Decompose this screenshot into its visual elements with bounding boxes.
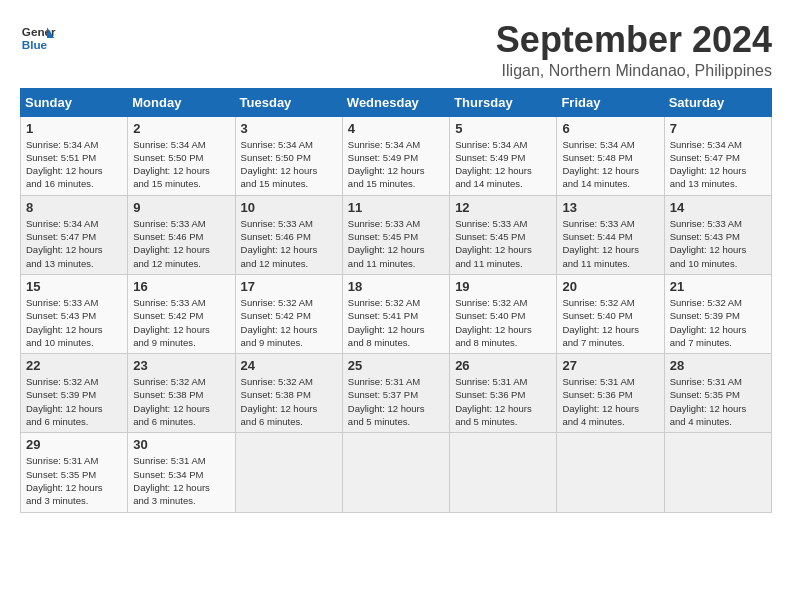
day-details: Sunrise: 5:34 AM Sunset: 5:51 PM Dayligh… [26,138,122,191]
day-details: Sunrise: 5:34 AM Sunset: 5:50 PM Dayligh… [241,138,337,191]
day-number: 2 [133,121,229,136]
calendar-cell-w4-d2: 23Sunrise: 5:32 AM Sunset: 5:38 PM Dayli… [128,354,235,433]
day-number: 9 [133,200,229,215]
day-number: 1 [26,121,122,136]
day-details: Sunrise: 5:33 AM Sunset: 5:45 PM Dayligh… [348,217,444,270]
calendar-cell-w2-d5: 12Sunrise: 5:33 AM Sunset: 5:45 PM Dayli… [450,195,557,274]
day-number: 15 [26,279,122,294]
day-number: 19 [455,279,551,294]
col-sunday: Sunday [21,88,128,116]
calendar-cell-w5-d3 [235,433,342,512]
day-number: 20 [562,279,658,294]
col-wednesday: Wednesday [342,88,449,116]
day-details: Sunrise: 5:33 AM Sunset: 5:43 PM Dayligh… [26,296,122,349]
day-number: 7 [670,121,766,136]
day-details: Sunrise: 5:31 AM Sunset: 5:37 PM Dayligh… [348,375,444,428]
calendar-header-row: Sunday Monday Tuesday Wednesday Thursday… [21,88,772,116]
calendar-table: Sunday Monday Tuesday Wednesday Thursday… [20,88,772,513]
day-details: Sunrise: 5:33 AM Sunset: 5:45 PM Dayligh… [455,217,551,270]
day-details: Sunrise: 5:33 AM Sunset: 5:46 PM Dayligh… [133,217,229,270]
calendar-cell-w1-d4: 4Sunrise: 5:34 AM Sunset: 5:49 PM Daylig… [342,116,449,195]
day-details: Sunrise: 5:31 AM Sunset: 5:35 PM Dayligh… [26,454,122,507]
day-number: 22 [26,358,122,373]
calendar-cell-w2-d4: 11Sunrise: 5:33 AM Sunset: 5:45 PM Dayli… [342,195,449,274]
calendar-cell-w1-d1: 1Sunrise: 5:34 AM Sunset: 5:51 PM Daylig… [21,116,128,195]
day-details: Sunrise: 5:34 AM Sunset: 5:47 PM Dayligh… [670,138,766,191]
day-number: 24 [241,358,337,373]
calendar-cell-w2-d3: 10Sunrise: 5:33 AM Sunset: 5:46 PM Dayli… [235,195,342,274]
day-details: Sunrise: 5:32 AM Sunset: 5:40 PM Dayligh… [562,296,658,349]
day-number: 14 [670,200,766,215]
calendar-cell-w3-d5: 19Sunrise: 5:32 AM Sunset: 5:40 PM Dayli… [450,274,557,353]
day-details: Sunrise: 5:31 AM Sunset: 5:36 PM Dayligh… [455,375,551,428]
calendar-cell-w5-d7 [664,433,771,512]
day-number: 3 [241,121,337,136]
calendar-cell-w3-d6: 20Sunrise: 5:32 AM Sunset: 5:40 PM Dayli… [557,274,664,353]
calendar-cell-w5-d2: 30Sunrise: 5:31 AM Sunset: 5:34 PM Dayli… [128,433,235,512]
day-number: 26 [455,358,551,373]
day-number: 23 [133,358,229,373]
month-title: September 2024 [496,20,772,60]
day-details: Sunrise: 5:34 AM Sunset: 5:49 PM Dayligh… [455,138,551,191]
col-monday: Monday [128,88,235,116]
day-details: Sunrise: 5:33 AM Sunset: 5:43 PM Dayligh… [670,217,766,270]
day-details: Sunrise: 5:33 AM Sunset: 5:46 PM Dayligh… [241,217,337,270]
calendar-cell-w5-d5 [450,433,557,512]
col-friday: Friday [557,88,664,116]
day-details: Sunrise: 5:33 AM Sunset: 5:44 PM Dayligh… [562,217,658,270]
day-details: Sunrise: 5:31 AM Sunset: 5:34 PM Dayligh… [133,454,229,507]
day-number: 29 [26,437,122,452]
day-details: Sunrise: 5:32 AM Sunset: 5:42 PM Dayligh… [241,296,337,349]
svg-text:Blue: Blue [22,38,48,51]
location: Iligan, Northern Mindanao, Philippines [496,62,772,80]
logo: General Blue [20,20,56,56]
day-number: 6 [562,121,658,136]
day-number: 5 [455,121,551,136]
calendar-cell-w4-d3: 24Sunrise: 5:32 AM Sunset: 5:38 PM Dayli… [235,354,342,433]
day-number: 4 [348,121,444,136]
calendar-week-1: 1Sunrise: 5:34 AM Sunset: 5:51 PM Daylig… [21,116,772,195]
calendar-cell-w1-d3: 3Sunrise: 5:34 AM Sunset: 5:50 PM Daylig… [235,116,342,195]
day-number: 8 [26,200,122,215]
calendar-week-2: 8Sunrise: 5:34 AM Sunset: 5:47 PM Daylig… [21,195,772,274]
logo-icon: General Blue [20,20,56,56]
day-details: Sunrise: 5:34 AM Sunset: 5:50 PM Dayligh… [133,138,229,191]
day-details: Sunrise: 5:32 AM Sunset: 5:39 PM Dayligh… [670,296,766,349]
calendar-cell-w3-d7: 21Sunrise: 5:32 AM Sunset: 5:39 PM Dayli… [664,274,771,353]
day-details: Sunrise: 5:32 AM Sunset: 5:38 PM Dayligh… [241,375,337,428]
calendar-cell-w4-d5: 26Sunrise: 5:31 AM Sunset: 5:36 PM Dayli… [450,354,557,433]
calendar-cell-w2-d1: 8Sunrise: 5:34 AM Sunset: 5:47 PM Daylig… [21,195,128,274]
day-details: Sunrise: 5:34 AM Sunset: 5:48 PM Dayligh… [562,138,658,191]
day-number: 16 [133,279,229,294]
day-number: 30 [133,437,229,452]
day-details: Sunrise: 5:31 AM Sunset: 5:35 PM Dayligh… [670,375,766,428]
day-details: Sunrise: 5:31 AM Sunset: 5:36 PM Dayligh… [562,375,658,428]
day-number: 10 [241,200,337,215]
calendar-cell-w1-d5: 5Sunrise: 5:34 AM Sunset: 5:49 PM Daylig… [450,116,557,195]
calendar-cell-w3-d1: 15Sunrise: 5:33 AM Sunset: 5:43 PM Dayli… [21,274,128,353]
calendar-cell-w1-d2: 2Sunrise: 5:34 AM Sunset: 5:50 PM Daylig… [128,116,235,195]
calendar-cell-w5-d4 [342,433,449,512]
day-number: 27 [562,358,658,373]
calendar-cell-w1-d6: 6Sunrise: 5:34 AM Sunset: 5:48 PM Daylig… [557,116,664,195]
day-number: 25 [348,358,444,373]
day-number: 18 [348,279,444,294]
day-number: 13 [562,200,658,215]
calendar-cell-w5-d1: 29Sunrise: 5:31 AM Sunset: 5:35 PM Dayli… [21,433,128,512]
day-details: Sunrise: 5:34 AM Sunset: 5:47 PM Dayligh… [26,217,122,270]
calendar-cell-w4-d1: 22Sunrise: 5:32 AM Sunset: 5:39 PM Dayli… [21,354,128,433]
calendar-cell-w4-d7: 28Sunrise: 5:31 AM Sunset: 5:35 PM Dayli… [664,354,771,433]
col-thursday: Thursday [450,88,557,116]
day-number: 28 [670,358,766,373]
calendar-week-3: 15Sunrise: 5:33 AM Sunset: 5:43 PM Dayli… [21,274,772,353]
title-section: September 2024 Iligan, Northern Mindanao… [496,20,772,80]
page-header: General Blue September 2024 Iligan, Nort… [20,20,772,80]
day-details: Sunrise: 5:32 AM Sunset: 5:41 PM Dayligh… [348,296,444,349]
col-saturday: Saturday [664,88,771,116]
calendar-cell-w3-d3: 17Sunrise: 5:32 AM Sunset: 5:42 PM Dayli… [235,274,342,353]
calendar-cell-w1-d7: 7Sunrise: 5:34 AM Sunset: 5:47 PM Daylig… [664,116,771,195]
day-details: Sunrise: 5:33 AM Sunset: 5:42 PM Dayligh… [133,296,229,349]
calendar-week-4: 22Sunrise: 5:32 AM Sunset: 5:39 PM Dayli… [21,354,772,433]
calendar-cell-w2-d7: 14Sunrise: 5:33 AM Sunset: 5:43 PM Dayli… [664,195,771,274]
calendar-cell-w4-d4: 25Sunrise: 5:31 AM Sunset: 5:37 PM Dayli… [342,354,449,433]
